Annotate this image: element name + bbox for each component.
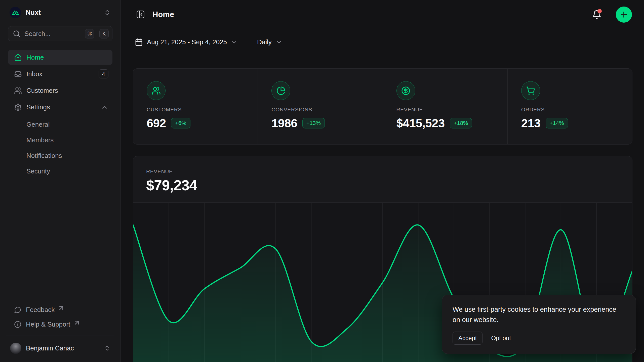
gear-icon	[14, 103, 22, 111]
chevron-down-icon	[276, 39, 282, 46]
chevrons-up-down-icon	[104, 9, 110, 16]
stats-row: CUSTOMERS 692 +6% CONVERSIONS 1986 +13%	[133, 68, 632, 145]
panel-left-close-icon	[136, 10, 145, 19]
sidebar-item-label: Inbox	[26, 70, 94, 78]
sidebar-item-home[interactable]: Home	[8, 50, 112, 65]
sidebar-item-customers[interactable]: Customers	[8, 83, 112, 98]
stat-label: CONVERSIONS	[271, 107, 382, 113]
stat-icon-circle	[396, 81, 415, 100]
user-name: Benjamin Canac	[26, 344, 99, 352]
stat-label: REVENUE	[396, 107, 507, 113]
info-circle-icon	[14, 321, 21, 328]
help-support-link[interactable]: Help & Support	[8, 317, 112, 332]
sidebar-item-settings[interactable]: Settings	[8, 100, 112, 115]
users-icon	[152, 86, 161, 95]
external-link-icon	[58, 304, 65, 312]
shopping-cart-icon	[526, 86, 535, 95]
sidebar-item-label: Home	[26, 54, 108, 61]
stat-value: 692	[147, 116, 166, 130]
kbd-k: K	[99, 29, 109, 38]
help-support-label: Help & Support	[26, 321, 70, 328]
date-range-value: Aug 21, 2025 - Sep 4, 2025	[147, 38, 227, 46]
stat-icon-circle	[521, 81, 540, 100]
add-button[interactable]	[616, 7, 632, 23]
page-header: Home	[121, 0, 644, 29]
cookie-actions: Accept Opt out	[453, 332, 625, 345]
workspace-name: Nuxt	[26, 9, 99, 17]
search-icon	[13, 30, 20, 37]
stat-icon-circle	[271, 81, 290, 100]
cookie-banner: We use first-party cookies to enhance yo…	[442, 295, 636, 354]
notification-dot	[597, 9, 602, 13]
stat-conversions[interactable]: CONVERSIONS 1986 +13%	[258, 69, 382, 144]
granularity-value: Daily	[257, 38, 272, 46]
users-icon	[14, 87, 22, 95]
sidebar-divider	[6, 336, 114, 336]
sidebar-item-notifications[interactable]: Notifications	[18, 148, 112, 163]
pie-chart-icon	[276, 86, 286, 95]
chevrons-up-down-icon	[104, 345, 110, 351]
sidebar-item-general[interactable]: General	[18, 117, 112, 132]
stat-revenue[interactable]: REVENUE $415,523 +18%	[383, 69, 507, 144]
page-title: Home	[152, 10, 584, 19]
sidebar-item-label: Customers	[26, 87, 108, 95]
notifications-button[interactable]	[590, 8, 603, 21]
stat-delta-badge: +14%	[546, 118, 568, 128]
chevron-down-icon	[231, 39, 237, 46]
stat-delta-badge: +6%	[171, 118, 190, 128]
plus-icon	[619, 10, 628, 19]
avatar	[10, 343, 21, 354]
sidebar: Nuxt Search... ⌘ K Home Inbox 4 Customer…	[0, 0, 121, 362]
sidebar-spacer	[8, 178, 112, 302]
stat-customers[interactable]: CUSTOMERS 692 +6%	[133, 69, 258, 144]
stat-orders[interactable]: ORDERS 213 +14%	[507, 69, 632, 144]
sidebar-item-label: Settings	[26, 103, 96, 111]
feedback-link[interactable]: Feedback	[8, 302, 112, 317]
circle-dollar-icon	[401, 86, 410, 95]
kbd-command: ⌘	[85, 29, 94, 38]
sidebar-nav: Home Inbox 4 Customers Settings General …	[8, 50, 112, 178]
inbox-icon	[14, 70, 22, 78]
stat-icon-circle	[147, 81, 166, 100]
chevron-up-icon	[101, 103, 108, 111]
sidebar-item-security[interactable]: Security	[18, 164, 112, 178]
date-range-picker[interactable]: Aug 21, 2025 - Sep 4, 2025	[135, 38, 237, 46]
calendar-icon	[135, 38, 143, 46]
stat-delta-badge: +18%	[450, 118, 472, 128]
inbox-count-badge: 4	[99, 69, 108, 78]
settings-sub-list: General Members Notifications Security	[18, 116, 112, 178]
cookie-message: We use first-party cookies to enhance yo…	[453, 304, 625, 325]
sidebar-toggle-button[interactable]	[135, 9, 146, 20]
user-menu[interactable]: Benjamin Canac	[8, 339, 112, 357]
nuxt-logo-icon	[10, 7, 21, 18]
stat-value: 1986	[271, 116, 297, 130]
opt-out-button[interactable]: Opt out	[491, 332, 511, 344]
accept-button[interactable]: Accept	[453, 332, 482, 345]
revenue-panel-label: REVENUE	[146, 168, 632, 174]
external-link-icon	[73, 319, 80, 326]
stat-value: $415,523	[396, 116, 445, 130]
revenue-panel-value: $79,234	[146, 177, 632, 194]
sidebar-item-inbox[interactable]: Inbox 4	[8, 66, 112, 81]
stat-delta-badge: +13%	[302, 118, 325, 128]
search-placeholder: Search...	[24, 30, 80, 38]
stat-label: CUSTOMERS	[147, 107, 258, 113]
revenue-panel-header: REVENUE $79,234	[133, 156, 632, 202]
stat-value: 213	[521, 116, 541, 130]
filter-toolbar: Aug 21, 2025 - Sep 4, 2025 Daily	[121, 29, 644, 55]
home-icon	[14, 54, 22, 61]
stat-label: ORDERS	[521, 107, 632, 113]
workspace-switcher[interactable]: Nuxt	[8, 6, 112, 20]
sidebar-item-members[interactable]: Members	[18, 133, 112, 147]
search-input[interactable]: Search... ⌘ K	[8, 26, 112, 41]
granularity-select[interactable]: Daily	[257, 38, 282, 46]
feedback-label: Feedback	[26, 306, 55, 314]
chat-bubble-icon	[14, 306, 21, 313]
